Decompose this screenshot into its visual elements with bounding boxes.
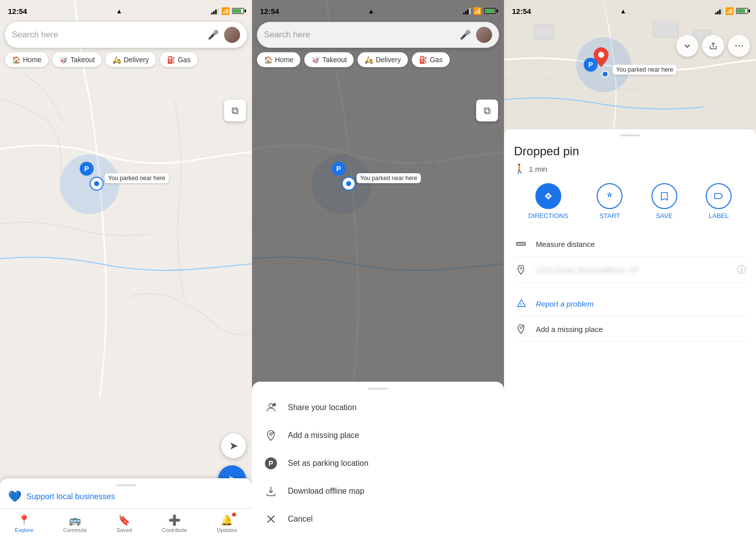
nav-contribute-1[interactable]: ➕ Contribute bbox=[162, 514, 187, 533]
directions-btn[interactable]: DIRECTIONS bbox=[528, 183, 568, 219]
svg-rect-14 bbox=[653, 20, 678, 37]
panel-2: 12:54 ▲ 📶 Search here 🎤 🏠 Home bbox=[252, 0, 504, 538]
nav-updates-label-1: Updates bbox=[217, 527, 237, 533]
mic-icon-2[interactable]: 🎤 bbox=[459, 29, 471, 41]
status-bar-2: 12:54 ▲ 📶 bbox=[252, 0, 504, 22]
location-button-1[interactable]: ➤ bbox=[221, 433, 246, 458]
share-location-icon bbox=[264, 401, 278, 415]
parked-label-2: You parked near here bbox=[357, 173, 421, 183]
panel-3: You parked near here P 12:54 ▲ 📶 bbox=[504, 0, 756, 538]
search-placeholder-2: Search here bbox=[264, 30, 459, 40]
context-item-add-place[interactable]: Add a missing place bbox=[252, 422, 504, 449]
chip-delivery-label-2: Delivery bbox=[376, 56, 401, 64]
layer-button-2[interactable]: ⧉ bbox=[476, 100, 498, 121]
chip-gas-2[interactable]: ⛽ Gas bbox=[412, 52, 450, 67]
svg-point-18 bbox=[736, 45, 737, 47]
chip-delivery-2[interactable]: 🛵 Delivery bbox=[358, 52, 408, 67]
report-problem-row[interactable]: Report a problem bbox=[514, 291, 746, 317]
battery-icon-3 bbox=[736, 8, 748, 14]
collapse-button[interactable] bbox=[676, 35, 698, 57]
svg-point-7 bbox=[270, 433, 272, 435]
delivery-icon-1: 🛵 bbox=[113, 56, 121, 64]
signal-bar2-4 bbox=[469, 8, 471, 14]
chip-gas-1[interactable]: ⛽ Gas bbox=[160, 52, 198, 67]
context-item-parking[interactable]: P Set as parking location bbox=[252, 449, 504, 477]
save-btn[interactable]: SAVE bbox=[651, 183, 677, 219]
signal-bar3-1 bbox=[715, 12, 717, 14]
parking-marker-1: P bbox=[80, 162, 94, 176]
measure-distance-row[interactable]: Measure distance bbox=[514, 231, 746, 257]
search-bar-1[interactable]: Search here 🎤 bbox=[5, 22, 247, 48]
svg-point-27 bbox=[520, 267, 522, 269]
parked-dot-2 bbox=[346, 181, 351, 186]
add-missing-place-row[interactable]: Add a missing place bbox=[514, 317, 746, 342]
nav-explore-1[interactable]: 📍 Explore bbox=[15, 514, 33, 533]
you-parked-label-3: You parked near here bbox=[613, 65, 677, 75]
chip-takeout-1[interactable]: 🥡 Takeout bbox=[52, 52, 102, 67]
label-btn[interactable]: LABEL bbox=[706, 183, 732, 219]
chip-home-1[interactable]: 🏠 Home bbox=[5, 52, 48, 67]
context-item-download[interactable]: Download offline map bbox=[252, 477, 504, 505]
label-icon bbox=[706, 183, 732, 209]
chip-home-2[interactable]: 🏠 Home bbox=[257, 52, 300, 67]
nav-updates-1[interactable]: 🔔 Updates bbox=[217, 514, 237, 533]
chip-delivery-1[interactable]: 🛵 Delivery bbox=[106, 52, 156, 67]
signal-bar-2 bbox=[213, 11, 215, 14]
report-icon bbox=[514, 298, 528, 309]
delivery-icon-2: 🛵 bbox=[365, 56, 373, 64]
search-bar-2[interactable]: Search here 🎤 bbox=[257, 22, 499, 48]
wifi-icon-1: 📶 bbox=[221, 7, 230, 15]
location-arrow-3: ▲ bbox=[620, 7, 627, 15]
status-time-2: 12:54 bbox=[260, 7, 279, 15]
share-button-3[interactable] bbox=[702, 35, 724, 57]
panel-1: 12:54 ▲ 📶 Search here 🎤 🏠 Home bbox=[0, 0, 252, 538]
context-item-share[interactable]: Share your location bbox=[252, 394, 504, 422]
report-problem-text: Report a problem bbox=[536, 300, 594, 308]
battery-fill-3 bbox=[737, 9, 745, 13]
mic-icon-1[interactable]: 🎤 bbox=[207, 29, 219, 41]
start-btn[interactable]: START bbox=[597, 183, 623, 219]
walk-time-label: 1 min bbox=[529, 165, 547, 173]
save-label: SAVE bbox=[656, 212, 673, 219]
chip-takeout-2[interactable]: 🥡 Takeout bbox=[304, 52, 354, 67]
layer-button-1[interactable]: ⧉ bbox=[224, 100, 246, 121]
nav-commute-1[interactable]: 🚌 Commute bbox=[63, 514, 87, 533]
dropped-pin-title: Dropped pin bbox=[514, 144, 746, 158]
address-row[interactable]: 1234 Some Street Address, ST ⓘ bbox=[514, 257, 746, 283]
svg-point-17 bbox=[598, 52, 604, 58]
chip-takeout-label-1: Takeout bbox=[70, 56, 95, 64]
context-item-cancel[interactable]: Cancel bbox=[252, 505, 504, 533]
add-place-label: Add a missing place bbox=[288, 431, 359, 440]
nav-explore-label-1: Explore bbox=[15, 527, 33, 533]
location-arrow-2: ▲ bbox=[368, 7, 375, 15]
parked-dot-1 bbox=[94, 181, 99, 186]
parking-icon: P bbox=[264, 456, 278, 470]
contribute-icon-1: ➕ bbox=[168, 514, 181, 526]
you-parked-marker-1 bbox=[90, 177, 104, 191]
address-text: 1234 Some Street Address, ST bbox=[536, 266, 639, 274]
status-bar-1: 12:54 ▲ 📶 bbox=[0, 0, 252, 22]
avatar-2[interactable] bbox=[476, 27, 492, 43]
chip-gas-label-2: Gas bbox=[430, 56, 443, 64]
download-icon bbox=[264, 484, 278, 498]
nav-saved-1[interactable]: 🔖 Saved bbox=[117, 514, 132, 533]
bottom-nav-1: 📍 Explore 🚌 Commute 🔖 Saved ➕ Contribute… bbox=[0, 508, 252, 538]
saved-icon-1: 🔖 bbox=[118, 514, 130, 526]
save-icon bbox=[651, 183, 677, 209]
info-icon[interactable]: ⓘ bbox=[737, 264, 746, 276]
more-button-3[interactable] bbox=[728, 35, 750, 57]
avatar-1[interactable] bbox=[224, 27, 240, 43]
status-icons-1: 📶 bbox=[211, 7, 244, 15]
signal-bar-3 bbox=[215, 9, 217, 14]
commute-icon-1: 🚌 bbox=[69, 514, 81, 526]
filter-chips-1: 🏠 Home 🥡 Takeout 🛵 Delivery ⛽ Gas bbox=[5, 52, 247, 67]
chip-home-label-1: Home bbox=[23, 56, 41, 64]
svg-point-5 bbox=[269, 404, 273, 408]
panel3-top-actions bbox=[676, 35, 750, 57]
status-time-3: 12:54 bbox=[512, 7, 531, 15]
gas-icon-2: ⛽ bbox=[419, 56, 427, 64]
status-bar-3: 12:54 ▲ 📶 bbox=[504, 0, 756, 22]
parking-marker-2: P bbox=[332, 162, 346, 176]
share-location-label: Share your location bbox=[288, 403, 357, 412]
you-parked-marker-2 bbox=[342, 177, 356, 191]
